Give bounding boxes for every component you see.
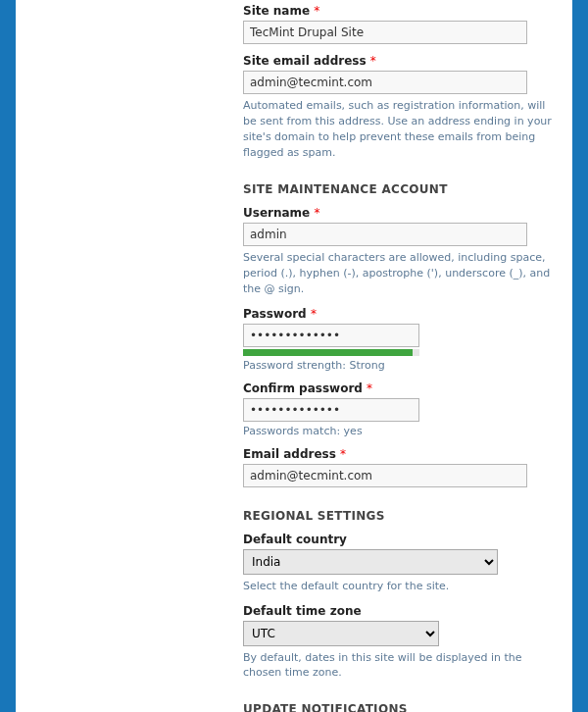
section-regional: REGIONAL SETTINGS [243,509,561,523]
maint-email-input[interactable] [243,464,527,487]
maint-email-label: Email address * [243,447,561,461]
form-content: Site name * Site email address * Automat… [16,0,572,712]
confirm-password-label: Confirm password * [243,381,561,395]
password-strength-text: Password strength: Strong [243,359,561,372]
timezone-label: Default time zone [243,604,561,618]
username-label: Username * [243,206,561,220]
username-desc: Several special characters are allowed, … [243,250,561,297]
window-border-left [0,0,16,712]
site-email-label: Site email address * [243,54,561,68]
site-name-label: Site name * [243,4,561,18]
password-match-text: Passwords match: yes [243,425,561,437]
site-email-desc: Automated emails, such as registration i… [243,98,561,161]
password-strength-bar [243,349,419,356]
section-updates: UPDATE NOTIFICATIONS [243,702,561,712]
country-desc: Select the default country for the site. [243,579,561,594]
username-input[interactable] [243,223,527,246]
section-maintenance: SITE MAINTENANCE ACCOUNT [243,182,561,196]
confirm-password-input[interactable] [243,398,419,422]
country-label: Default country [243,533,561,546]
password-label: Password * [243,307,561,321]
timezone-desc: By default, dates in this site will be d… [243,650,561,682]
password-input[interactable] [243,324,419,347]
timezone-select[interactable]: UTC [243,621,439,646]
window-border-right [572,0,588,712]
site-name-input[interactable] [243,21,527,44]
site-email-input[interactable] [243,71,527,94]
country-select[interactable]: India [243,549,498,575]
